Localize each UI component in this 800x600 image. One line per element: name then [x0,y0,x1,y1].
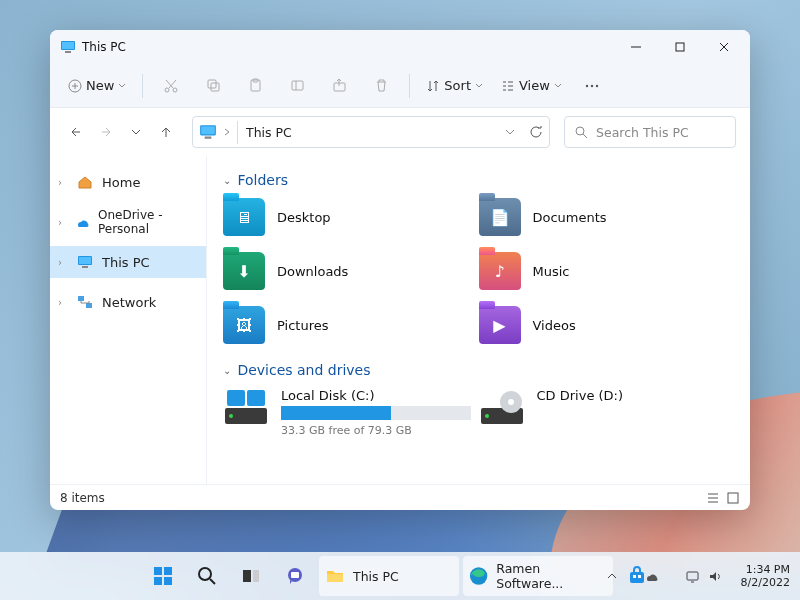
folder-label: Pictures [277,318,328,333]
tray-overflow[interactable] [599,567,625,585]
drive-local-c[interactable]: Local Disk (C:) 33.3 GB free of 79.3 GB [223,388,479,437]
folder-label: Desktop [277,210,331,225]
copy-button[interactable] [193,70,233,102]
document-icon: 📄 [490,208,510,227]
svg-point-19 [576,127,584,135]
taskbar-chat[interactable] [275,556,315,596]
taskbar-clock[interactable]: 1:34 PM 8/2/2022 [741,563,790,589]
sidebar-item-home[interactable]: › Home [50,166,206,198]
this-pc-icon [60,39,76,55]
svg-rect-8 [211,83,219,91]
folder-desktop[interactable]: 🖥 Desktop [223,198,479,236]
section-folders-header[interactable]: ⌄ Folders [223,172,734,188]
this-pc-icon [199,123,217,141]
drive-label: Local Disk (C:) [281,388,479,403]
download-icon: ⬇ [237,262,250,281]
tray-onedrive[interactable] [635,564,667,588]
folder-downloads[interactable]: ⬇ Downloads [223,252,479,290]
taskbar-label: This PC [353,569,399,584]
taskbar-search[interactable] [187,556,227,596]
chevron-down-icon: ⌄ [223,365,231,376]
separator [409,74,410,98]
recent-locations-button[interactable] [124,120,148,144]
navigation-row: This PC Search This PC [50,108,750,156]
sidebar-item-network[interactable]: › Network [50,286,206,318]
paste-button[interactable] [235,70,275,102]
up-button[interactable] [154,120,178,144]
folder-music[interactable]: ♪ Music [479,252,735,290]
section-label: Devices and drives [237,362,370,378]
svg-rect-28 [247,390,265,406]
svg-point-6 [173,88,177,92]
svg-point-14 [591,84,593,86]
new-menu[interactable]: New [60,70,134,102]
cut-button[interactable] [151,70,191,102]
tiles-view-icon[interactable] [726,491,740,505]
sidebar-item-onedrive[interactable]: › OneDrive - Personal [50,206,206,238]
view-icon [501,79,515,93]
view-label: View [519,78,550,93]
more-menu[interactable] [572,70,612,102]
volume-icon [708,569,723,584]
drive-icon [223,388,269,428]
sort-menu[interactable]: Sort [418,70,491,102]
svg-point-15 [596,84,598,86]
view-menu[interactable]: View [493,70,570,102]
start-button[interactable] [143,556,183,596]
delete-button[interactable] [361,70,401,102]
rename-button[interactable] [277,70,317,102]
cloud-icon [74,213,90,231]
svg-rect-11 [292,81,303,90]
svg-rect-48 [687,572,698,580]
rename-icon [290,78,305,93]
taskbar-label: Ramen Software... [496,561,607,591]
chevron-down-icon [554,82,562,90]
refresh-icon[interactable] [529,125,543,139]
tray-network-sound[interactable] [677,565,731,588]
share-icon [332,78,347,93]
address-bar[interactable]: This PC [192,116,550,148]
drive-cd-d[interactable]: CD Drive (D:) [479,388,735,437]
section-label: Folders [237,172,288,188]
titlebar[interactable]: This PC [50,30,750,64]
command-bar: New Sort View [50,64,750,108]
chevron-right-icon: › [58,177,72,188]
sidebar-item-this-pc[interactable]: › This PC [50,246,206,278]
svg-rect-2 [65,51,71,53]
share-button[interactable] [319,70,359,102]
windows-icon [152,565,174,587]
this-pc-icon [76,253,94,271]
folder-videos[interactable]: ▶ Videos [479,306,735,344]
svg-rect-43 [327,574,343,582]
minimize-button[interactable] [614,30,658,64]
cloud-icon [643,568,659,584]
copy-icon [206,78,221,93]
svg-rect-22 [82,266,88,268]
new-label: New [86,78,114,93]
taskbar-edge[interactable]: Ramen Software... [463,556,613,596]
back-button[interactable] [64,120,88,144]
chevron-down-icon: ⌄ [223,175,231,186]
music-icon: ♪ [494,262,504,281]
svg-rect-40 [253,570,259,582]
maximize-button[interactable] [658,30,702,64]
close-button[interactable] [702,30,746,64]
sidebar-item-label: Network [102,295,156,310]
task-view[interactable] [231,556,271,596]
drive-subtext: 33.3 GB free of 79.3 GB [281,424,479,437]
folder-pictures[interactable]: 🖼 Pictures [223,306,479,344]
search-input[interactable]: Search This PC [564,116,736,148]
breadcrumb-segment[interactable]: This PC [237,121,300,144]
plus-circle-icon [68,79,82,93]
details-view-icon[interactable] [706,491,720,505]
forward-button[interactable] [94,120,118,144]
search-placeholder: Search This PC [596,125,689,140]
taskbar: This PC Ramen Software... 1:34 PM 8/2/20… [0,552,800,600]
section-drives-header[interactable]: ⌄ Devices and drives [223,362,734,378]
taskbar-explorer[interactable]: This PC [319,556,459,596]
paste-icon [248,78,263,93]
folder-label: Documents [533,210,607,225]
folder-documents[interactable]: 📄 Documents [479,198,735,236]
chevron-down-icon[interactable] [505,127,515,137]
separator [142,74,143,98]
